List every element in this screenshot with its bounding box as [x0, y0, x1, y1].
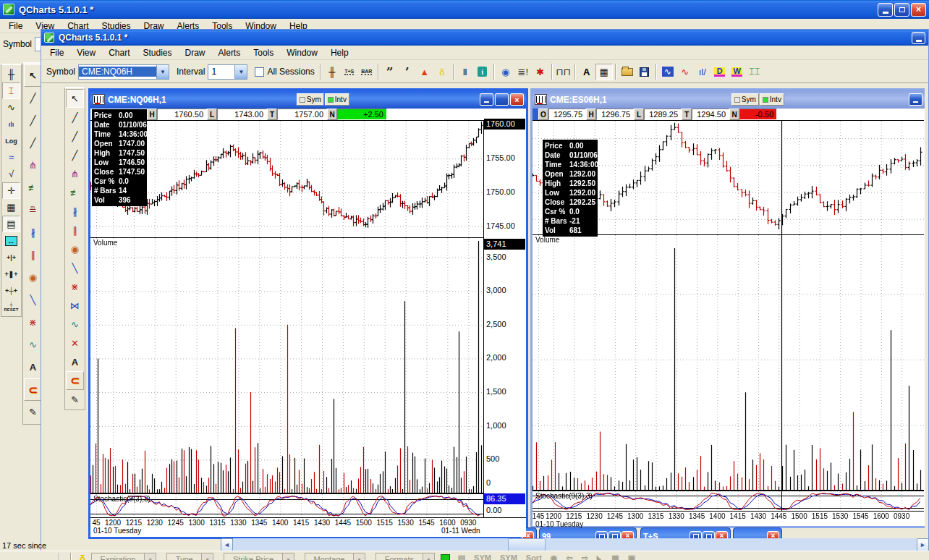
menu-file[interactable]: File — [3, 20, 28, 33]
chart-canvas[interactable] — [90, 121, 483, 238]
inner-minimize-button[interactable] — [912, 32, 925, 44]
info-icon[interactable]: i — [474, 64, 491, 80]
note-callout-icon[interactable]: ✎ — [66, 390, 84, 409]
wave-study-icon[interactable]: ∿ — [659, 64, 676, 80]
bar-line-study-icon[interactable]: ıl/ — [694, 64, 711, 80]
news-alert-icon[interactable]: ≣! — [514, 64, 532, 80]
interval-combo[interactable]: 1 ▼ — [208, 64, 247, 80]
pitchfork-icon[interactable]: ⋔ — [66, 164, 84, 183]
select-arrow-icon[interactable]: ↖ — [24, 64, 42, 87]
reset-icon[interactable]: ┼ RESET — [2, 299, 20, 315]
candle-style-icon[interactable]: ⌶ — [2, 82, 20, 99]
minimize-button[interactable] — [480, 93, 493, 106]
bar-chart-icon[interactable]: BAR — [358, 64, 376, 80]
log-scale-icon[interactable]: Log — [2, 132, 20, 149]
double-quote-icon[interactable]: ” — [381, 64, 399, 80]
close-button[interactable]: × — [911, 3, 926, 17]
combo-expiration[interactable]: -Expiration-▼ — [91, 553, 156, 560]
minimize-button[interactable] — [878, 3, 893, 17]
chart-titlebar[interactable]: CME:ES06H,1SymIntv — [533, 90, 925, 109]
crosshair-icon[interactable]: ✛ — [2, 182, 20, 199]
minimize-button[interactable] — [909, 93, 922, 106]
chevron-down-icon[interactable]: ▼ — [201, 553, 213, 560]
sqrt-scale-icon[interactable]: √ — [2, 166, 20, 182]
scrollbar-thumb[interactable] — [508, 538, 546, 551]
sym-link-button[interactable]: Sym — [731, 93, 759, 106]
candle-chart-icon[interactable]: ⌶⌶ — [746, 64, 763, 80]
globe-icon[interactable]: ◉ — [497, 64, 514, 80]
menu-alerts[interactable]: Alerts — [213, 46, 247, 59]
clock-icon[interactable]: ◉ — [548, 553, 560, 560]
forward-icon[interactable]: ⇨ — [580, 553, 590, 560]
cross-tool-icon[interactable]: ✕ — [66, 334, 84, 352]
time-and-sales-icon[interactable]: T+S — [341, 64, 358, 80]
menu-studies[interactable]: Studies — [137, 46, 177, 59]
chart-titlebar[interactable]: CME:NQ06H,1SymIntv× — [90, 90, 526, 109]
gann-grid-icon[interactable]: ⋇ — [66, 277, 84, 296]
menu-draw[interactable]: Draw — [179, 46, 211, 59]
up-icon[interactable]: ◣ — [595, 553, 605, 560]
save-file-icon[interactable] — [636, 64, 653, 80]
report-icon[interactable]: ▤ — [456, 553, 467, 560]
shift-bars-icon[interactable]: +┼+ — [2, 282, 20, 299]
combo-type[interactable]: -Type-▼ — [166, 553, 213, 560]
zigzag-style-icon[interactable]: ∿ — [2, 99, 20, 116]
expand-bars-icon[interactable]: ↔ — [2, 232, 20, 249]
wave-tool-icon[interactable]: ∿ — [66, 315, 84, 334]
close-button[interactable]: × — [510, 93, 524, 106]
inner-titlebar[interactable]: QCharts 5.1.0.1 * — [41, 30, 928, 46]
menu-window[interactable]: Window — [281, 46, 323, 59]
parallel-channel-icon[interactable]: ∦ — [66, 202, 84, 221]
symbol-combo[interactable]: CME:NQ06H ▼ — [78, 64, 169, 80]
copy-icon[interactable]: ▣ — [626, 553, 637, 560]
volume-pane[interactable]: Volume — [533, 234, 924, 490]
bug-icon[interactable]: ✱ — [532, 64, 549, 80]
text-tool-icon[interactable]: A — [66, 352, 84, 371]
trend-segment-icon[interactable]: ╱ — [66, 145, 84, 164]
restore-button[interactable] — [894, 3, 909, 17]
text-tool-icon[interactable]: A — [24, 356, 42, 378]
open-file-icon[interactable] — [619, 64, 636, 80]
trend-ray-icon[interactable]: ╱ — [66, 127, 84, 145]
snap-magnet-icon[interactable]: ⊂ — [66, 371, 84, 390]
volume-pane[interactable]: Volume — [90, 237, 483, 493]
scrollbar-track[interactable] — [233, 538, 917, 551]
fib-retracement-icon[interactable]: ≢ — [66, 183, 84, 202]
chevron-down-icon[interactable]: ▼ — [144, 553, 156, 560]
stochastic-pane[interactable]: Stochastic(9(3),3) — [90, 493, 483, 517]
cycle-line-icon[interactable]: ∿ — [24, 334, 42, 356]
menu-tools[interactable]: Tools — [247, 46, 279, 59]
zigzag-study-icon[interactable]: ∿ — [676, 64, 694, 80]
grid-icon[interactable]: ▦ — [595, 64, 613, 80]
pillars-icon[interactable]: ⊓⊓ — [555, 64, 572, 80]
narrow-bars-icon[interactable]: +|+ — [2, 249, 20, 266]
chevron-down-icon[interactable]: ▼ — [282, 553, 294, 560]
sym-list-icon[interactable]: SYM — [472, 553, 493, 560]
menu-chart[interactable]: Chart — [103, 46, 135, 59]
chevron-down-icon[interactable]: ▼ — [234, 65, 247, 79]
chevron-down-icon[interactable]: ▼ — [423, 553, 434, 560]
snap-magnet-icon[interactable]: ⊂ — [24, 378, 42, 401]
trend-segment-icon[interactable]: ╱ — [24, 132, 42, 154]
font-icon[interactable]: A — [578, 64, 595, 80]
select-arrow-icon[interactable]: ↖ — [66, 89, 84, 108]
trend-line-icon[interactable]: ╱ — [66, 108, 84, 127]
fib-retracement-icon[interactable]: ≢ — [24, 177, 42, 199]
hot-list-flame-icon[interactable]: ▲ — [416, 64, 433, 80]
sort-icon[interactable]: Sort — [524, 553, 544, 560]
all-sessions-checkbox[interactable] — [255, 67, 264, 77]
note-callout-icon[interactable]: ✎ — [24, 401, 42, 423]
chart-window-icon[interactable]: ╫ — [323, 64, 341, 80]
chart-canvas[interactable] — [533, 235, 924, 491]
widen-bars-icon[interactable]: +❚+ — [2, 266, 20, 282]
menu-file[interactable]: File — [44, 46, 69, 59]
chevron-down-icon[interactable]: ▼ — [353, 553, 365, 560]
grid-cursor-icon[interactable]: ▦ — [2, 199, 20, 216]
pitchfork-icon[interactable]: ⋔ — [24, 154, 42, 177]
vertical-line-icon[interactable]: ∥ — [24, 244, 42, 266]
fib-time-icon[interactable]: ⋈ — [66, 296, 84, 315]
gann-grid-icon[interactable]: ⋇ — [24, 311, 42, 334]
fib-fan-icon[interactable]: ╲ — [66, 258, 84, 277]
single-quote-icon[interactable]: ’ — [399, 64, 416, 80]
combo-strikeprice[interactable]: -Strike Price-▼ — [224, 553, 294, 560]
